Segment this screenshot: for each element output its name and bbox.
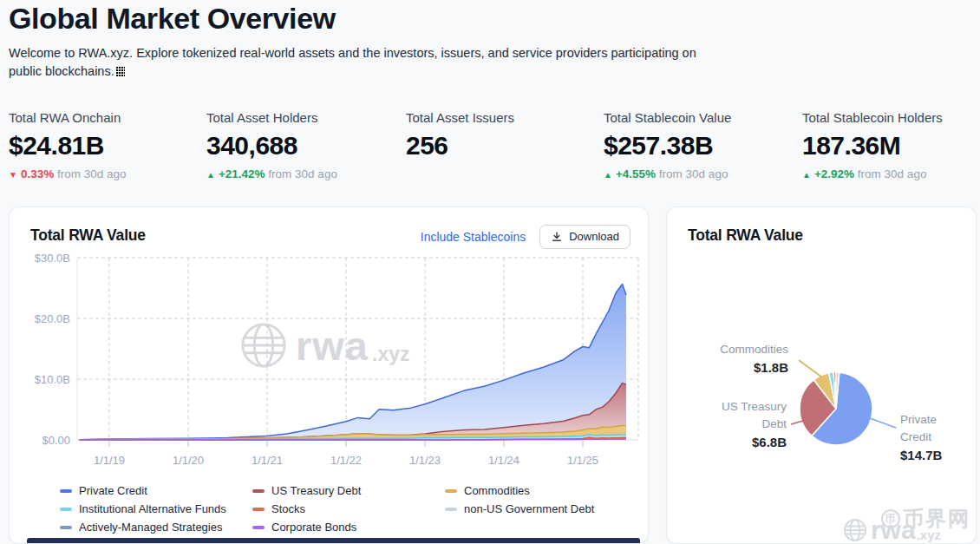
svg-text:$10.0B: $10.0B <box>35 373 70 386</box>
globe-icon <box>843 518 867 542</box>
legend-item[interactable]: non-US Government Debt <box>445 502 637 515</box>
stat-delta: ▲+2.92% from 30d ago <box>802 167 943 180</box>
stat-value: $24.81B <box>9 131 206 161</box>
corner-watermark: 币 币界网 rwa .xyz <box>843 508 974 543</box>
svg-text:Debt: Debt <box>761 417 787 430</box>
stat-value: 256 <box>406 131 604 161</box>
stat-delta: ▲+4.55% from 30d ago <box>604 167 802 180</box>
delta-down-icon: ▼ <box>9 170 17 180</box>
svg-text:1/1/23: 1/1/23 <box>409 454 441 467</box>
stat-total-rwa-onchain: Total RWA Onchain $24.81B ▼0.33% from 30… <box>9 110 206 180</box>
page-subtitle: Welcome to RWA.xyz. Explore tokenized re… <box>9 44 698 81</box>
legend-swatch <box>252 508 265 511</box>
watermark-suffix: .xyz <box>917 528 941 541</box>
download-icon <box>551 231 563 243</box>
legend-label: Actively-Managed Strategies <box>79 521 222 534</box>
stat-label: Total RWA Onchain <box>9 110 206 125</box>
svg-text:$0.00: $0.00 <box>42 434 70 447</box>
page-title: Global Market Overview <box>9 2 336 36</box>
legend-swatch <box>60 508 72 511</box>
legend-item[interactable]: Commodities <box>445 484 637 497</box>
svg-text:1/1/21: 1/1/21 <box>252 454 283 467</box>
legend-label: Commodities <box>464 484 530 497</box>
stat-total-asset-issuers: Total Asset Issuers 256 <box>406 110 604 180</box>
svg-text:Credit: Credit <box>900 430 931 443</box>
svg-text:1/1/19: 1/1/19 <box>94 454 125 467</box>
svg-text:Private: Private <box>900 413 937 426</box>
legend-item[interactable]: Institutional Alternative Funds <box>60 502 252 515</box>
total-rwa-value-chart-card: Total RWA Value Include Stablecoins Down… <box>9 206 649 544</box>
card-title: Total RWA Value <box>688 226 803 245</box>
legend-swatch <box>60 489 72 493</box>
area-chart-svg[interactable]: $30.0B$20.0B$10.0B$0.001/1/191/1/201/1/2… <box>10 242 650 502</box>
stat-delta: ▲+21.42% from 30d ago <box>206 167 406 180</box>
stat-value: 340,688 <box>206 131 406 161</box>
watermark-text: rwa <box>871 517 916 543</box>
legend-label: US Treasury Debt <box>271 484 361 497</box>
legend-item[interactable]: US Treasury Debt <box>252 484 445 497</box>
legend-item[interactable]: Stocks <box>252 502 445 515</box>
stat-value: 187.36M <box>802 131 943 161</box>
delta-up-icon: ▲ <box>206 170 215 180</box>
legend-item[interactable]: Actively-Managed Strategies <box>60 521 252 534</box>
stat-total-stablecoin-value: Total Stablecoin Value $257.38B ▲+4.55% … <box>604 110 802 180</box>
svg-text:$14.7B: $14.7B <box>900 448 943 462</box>
pie-chart[interactable]: Commodities$1.8BUS TreasuryDebt$6.8BPriv… <box>667 207 977 543</box>
legend-item[interactable]: Private Credit <box>60 484 252 497</box>
download-label: Download <box>569 230 619 243</box>
legend-label: Private Credit <box>79 484 147 497</box>
tofu-glyph <box>116 66 125 76</box>
subtitle-text: Welcome to RWA.xyz. Explore tokenized re… <box>9 46 696 78</box>
legend-swatch <box>60 526 72 529</box>
svg-text:1/1/20: 1/1/20 <box>173 454 204 467</box>
legend-swatch <box>445 508 457 511</box>
legend-column: Commoditiesnon-US Government Debt <box>445 484 637 534</box>
legend-label: non-US Government Debt <box>464 502 594 515</box>
stat-value: $257.38B <box>604 131 802 161</box>
legend-swatch <box>252 489 265 493</box>
svg-text:1/1/24: 1/1/24 <box>488 454 519 467</box>
stat-total-stablecoin-holders: Total Stablecoin Holders 187.36M ▲+2.92%… <box>802 110 943 180</box>
legend-label: Institutional Alternative Funds <box>79 502 226 515</box>
svg-text:1/1/22: 1/1/22 <box>330 454 362 467</box>
stat-label: Total Asset Issuers <box>406 110 604 125</box>
delta-up-icon: ▲ <box>604 170 612 180</box>
area-chart[interactable]: rwa .xyz $30.0B$20.0B$10.0B$0.001/1/191/… <box>10 242 650 502</box>
stats-row: Total RWA Onchain $24.81B ▼0.33% from 30… <box>9 110 943 180</box>
legend-column: US Treasury DebtStocksCorporate Bonds <box>252 484 445 534</box>
legend-item[interactable]: Corporate Bonds <box>252 521 445 534</box>
stat-label: Total Stablecoin Value <box>604 110 802 125</box>
legend-label: Stocks <box>271 502 305 515</box>
legend-swatch <box>252 526 265 529</box>
stat-delta: ▼0.33% from 30d ago <box>9 167 206 180</box>
stat-total-asset-holders: Total Asset Holders 340,688 ▲+21.42% fro… <box>206 110 406 180</box>
stat-label: Total Asset Holders <box>206 110 406 125</box>
delta-up-icon: ▲ <box>802 170 811 180</box>
bottom-strip <box>27 538 640 543</box>
svg-text:US Treasury: US Treasury <box>722 400 787 413</box>
stat-label: Total Stablecoin Holders <box>802 110 943 125</box>
svg-text:1/1/25: 1/1/25 <box>567 454 598 467</box>
legend-label: Corporate Bonds <box>271 521 356 534</box>
legend-swatch <box>445 489 457 493</box>
svg-text:$6.8B: $6.8B <box>752 435 787 449</box>
svg-text:$20.0B: $20.0B <box>35 312 70 325</box>
svg-text:$30.0B: $30.0B <box>35 252 70 265</box>
svg-text:Commodities: Commodities <box>720 343 788 356</box>
global-market-overview-page: Global Market Overview Welcome to RWA.xy… <box>0 0 980 544</box>
legend-column: Private CreditInstitutional Alternative … <box>60 484 252 534</box>
legend: Private CreditInstitutional Alternative … <box>60 484 637 534</box>
svg-text:$1.8B: $1.8B <box>754 360 788 375</box>
total-rwa-value-pie-card: Total RWA Value Commodities$1.8BUS Treas… <box>666 206 977 544</box>
